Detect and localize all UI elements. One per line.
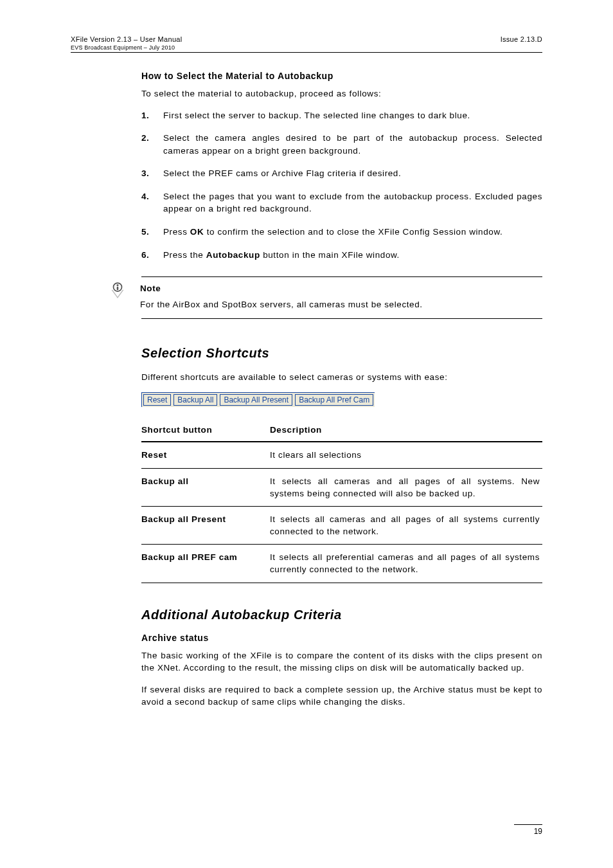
page-number: 19	[514, 824, 542, 836]
header-subtitle: EVS Broadcast Equipment – July 2010	[71, 44, 542, 53]
table-row: Backup all Present It selects all camera…	[141, 506, 542, 544]
step-text: Press the Autobackup button in the main …	[163, 249, 542, 262]
shortcuts-heading: Selection Shortcuts	[141, 346, 542, 361]
backup-all-present-button: Backup All Present	[220, 394, 292, 406]
svg-point-1	[116, 284, 118, 286]
shortcuts-table: Shortcut button Description Reset It cle…	[141, 421, 542, 583]
table-row: Reset It clears all selections	[141, 442, 542, 468]
shortcut-desc: It selects all cameras and all pages of …	[270, 506, 542, 544]
note-block: Note For the AirBox and SpotBox servers,…	[141, 276, 542, 319]
header-title: XFile Version 2.13 – User Manual	[71, 35, 182, 43]
table-row: Backup all PREF cam It selects all prefe…	[141, 545, 542, 583]
additional-p2: If several disks are required to back a …	[141, 683, 542, 709]
step-text: Select the pages that you want to exclud…	[163, 190, 542, 215]
backup-all-button: Backup All	[173, 394, 217, 406]
note-text: For the AirBox and SpotBox servers, all …	[140, 300, 423, 309]
step-number: 5.	[141, 226, 163, 239]
shortcut-name: Reset	[141, 442, 270, 468]
step-number: 2.	[141, 132, 163, 157]
backup-all-pref-cam-button: Backup All Pref Cam	[295, 394, 373, 406]
additional-p1: The basic working of the XFile is to com…	[141, 649, 542, 674]
shortcut-desc: It selects all preferential cameras and …	[270, 545, 542, 583]
step-number: 4.	[141, 190, 163, 215]
howto-steps: 1.First select the server to backup. The…	[141, 109, 542, 262]
note-label: Note	[140, 282, 423, 296]
shortcut-desc: It clears all selections	[270, 442, 542, 468]
step-text: Select the PREF cams or Archive Flag cri…	[163, 167, 542, 180]
table-row: Backup all It selects all cameras and al…	[141, 468, 542, 506]
step-number: 1.	[141, 109, 163, 122]
step-number: 3.	[141, 167, 163, 180]
shortcuts-intro: Different shortcuts are available to sel…	[141, 371, 542, 384]
shortcut-name: Backup all Present	[141, 506, 270, 544]
step-text: Select the camera angles desired to be p…	[163, 132, 542, 157]
table-header-description: Description	[270, 421, 542, 442]
howto-intro: To select the material to autobackup, pr…	[141, 87, 542, 100]
table-header-button: Shortcut button	[141, 421, 270, 442]
reset-button: Reset	[143, 394, 171, 406]
shortcut-desc: It selects all cameras and all pages of …	[270, 468, 542, 506]
step-text: Press OK to confirm the selection and to…	[163, 226, 542, 239]
additional-heading: Additional Autobackup Criteria	[141, 608, 542, 622]
shortcut-name: Backup all PREF cam	[141, 545, 270, 583]
step-text: First select the server to backup. The s…	[163, 109, 542, 122]
info-icon	[109, 282, 126, 299]
step-number: 6.	[141, 249, 163, 262]
header-issue: Issue 2.13.D	[501, 35, 542, 43]
howto-title: How to Select the Material to Autobackup	[141, 71, 542, 81]
archive-status-heading: Archive status	[141, 633, 542, 643]
svg-rect-2	[117, 287, 119, 290]
shortcut-buttons-screenshot: Reset Backup All Backup All Present Back…	[141, 392, 375, 407]
shortcut-name: Backup all	[141, 468, 270, 506]
